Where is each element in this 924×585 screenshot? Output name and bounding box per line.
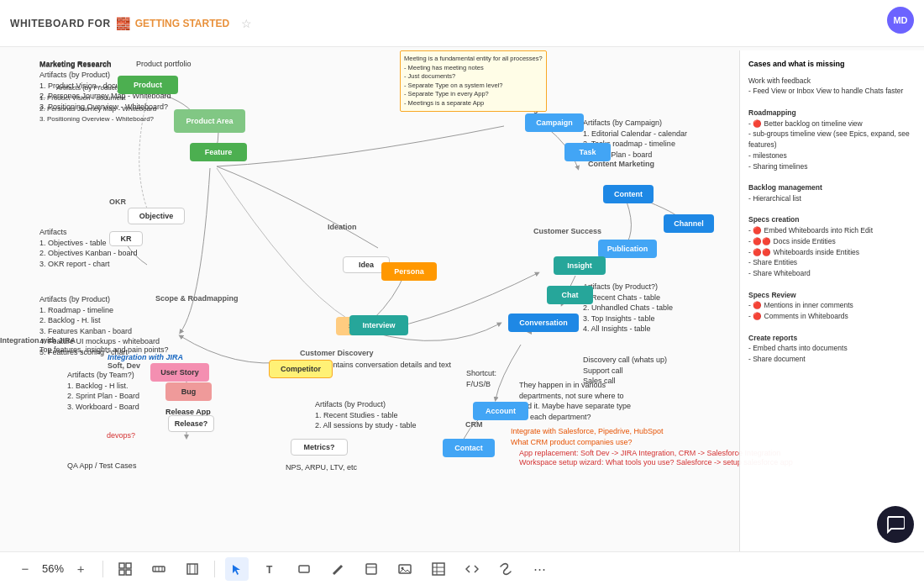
avatar[interactable]: MD: [887, 7, 914, 34]
grid-tool-button[interactable]: [113, 557, 137, 581]
okr-label: OKR: [109, 198, 126, 206]
nps-text: NPS, ARPU, LTV, etc: [286, 462, 357, 473]
svg-rect-12: [299, 566, 309, 572]
more-tools-button[interactable]: ⋯: [528, 557, 551, 581]
product-area-box[interactable]: Product Area: [174, 109, 245, 133]
objective-box[interactable]: Objective: [128, 208, 185, 224]
conversation-box[interactable]: Conversation: [508, 314, 579, 332]
star-icon[interactable]: ☆: [241, 17, 252, 30]
logo-icon: 🧱: [116, 17, 130, 30]
product-box[interactable]: Product: [118, 76, 178, 94]
persona-box[interactable]: Persona: [381, 262, 437, 281]
zoom-level: 56%: [42, 562, 64, 575]
interview-box[interactable]: Interview: [349, 315, 408, 335]
shortcut-text: Shortcut:F/US/B: [466, 368, 496, 389]
toolbar-divider-2: [214, 561, 215, 577]
zoom-minus-button[interactable]: −: [13, 557, 37, 581]
rect-tool-button[interactable]: [292, 557, 316, 581]
toolbar-divider-1: [102, 561, 103, 577]
release-box[interactable]: Release?: [168, 415, 214, 432]
insight-box[interactable]: Insight: [554, 256, 606, 275]
table-tool-button[interactable]: [427, 557, 450, 581]
header: WHITEBOARD FOR 🧱 GETTING STARTED ☆ ⋯: [0, 0, 924, 47]
svg-rect-2: [119, 570, 124, 575]
toolbar: − 56% + T ⋯: [0, 551, 924, 585]
svg-rect-1: [126, 563, 131, 568]
scope-label: Scope & Roadmapping: [155, 294, 239, 303]
svg-rect-0: [119, 563, 124, 568]
dept-note: They happen in in various departments, n…: [519, 380, 637, 422]
breadcrumb-whiteboard: WHITEBOARD FOR: [10, 18, 111, 29]
channel-box[interactable]: Channel: [664, 214, 714, 233]
right-panel-title: Cases and what is missing: [748, 59, 916, 71]
right-panel: Cases and what is missing Work with feed…: [739, 50, 924, 551]
contact-box[interactable]: Contact: [443, 439, 495, 457]
zoom-plus-button[interactable]: +: [69, 557, 92, 581]
meeting-sticky: Meeting is a fundamental entity for all …: [400, 50, 547, 112]
breadcrumb: WHITEBOARD FOR 🧱 GETTING STARTED ☆: [10, 17, 252, 30]
account-box[interactable]: Account: [473, 402, 528, 420]
customer-success-label: Customer Success: [533, 227, 601, 235]
embed-tool-button[interactable]: [460, 557, 484, 581]
metrics-box[interactable]: Metrics?: [291, 439, 348, 456]
campaign-box[interactable]: Campaign: [525, 113, 584, 132]
competitor-box[interactable]: Competitor: [269, 360, 333, 378]
kr-box[interactable]: KR: [109, 231, 143, 246]
user-story-box[interactable]: User Story: [150, 363, 209, 382]
customer-discovery-label: Customer Discovery: [300, 349, 374, 357]
feature-box[interactable]: Feature: [190, 143, 247, 161]
contains-note: Contains conversation details and text: [323, 360, 451, 371]
qa-text: QA App / Test Cases: [67, 461, 136, 472]
chat-bubble-button[interactable]: [877, 506, 914, 543]
svg-rect-8: [187, 564, 197, 574]
breadcrumb-appname: GETTING STARTED: [135, 18, 229, 29]
devops-text: devops?: [107, 430, 135, 441]
crm-label: CRM: [465, 420, 483, 429]
art-study: Artifacts (by Product)1. Recent Studies …: [315, 399, 417, 431]
svg-rect-17: [433, 563, 444, 575]
content-box[interactable]: Content: [603, 185, 654, 203]
ruler-tool-button[interactable]: [147, 557, 171, 581]
art-cs: Artifacts (by Product?)1. Recent Chats -…: [583, 282, 673, 335]
marketing-research-section: Marketing Research: [39, 59, 112, 70]
bug-box[interactable]: Bug: [165, 382, 212, 401]
svg-rect-13: [366, 564, 376, 574]
svg-rect-3: [126, 570, 131, 575]
cursor-tool-button[interactable]: [225, 557, 249, 581]
text-tool-button[interactable]: T: [259, 557, 282, 581]
task-box[interactable]: Task: [564, 143, 611, 161]
crm-integrate: Integrate with Salesforce, Pipedrive, Hu…: [511, 426, 664, 447]
image-tool-button[interactable]: [393, 557, 417, 581]
art-team: Artifacts (by Team?)1. Backlog - H list.…: [67, 370, 139, 412]
frame-tool-button[interactable]: [181, 557, 204, 581]
zoom-controls: − 56% +: [13, 557, 92, 581]
link-tool-button[interactable]: [494, 557, 517, 581]
publication-box[interactable]: Publication: [598, 240, 657, 258]
sticky-tool-button[interactable]: [360, 557, 383, 581]
right-panel-content: Work with feedback - Feed View or Inbox …: [748, 76, 916, 365]
chat-box[interactable]: Chat: [547, 286, 593, 304]
soft-dev-label: Soft, Dev: [108, 361, 140, 370]
product-portfolio-label: Product portfolio: [136, 59, 192, 70]
ideation-label: Ideation: [328, 223, 357, 231]
top-features: Top features, insights and pain points?: [39, 345, 169, 356]
pen-tool-button[interactable]: [326, 557, 349, 581]
svg-text:T: T: [266, 564, 273, 576]
svg-line-21: [504, 567, 507, 571]
